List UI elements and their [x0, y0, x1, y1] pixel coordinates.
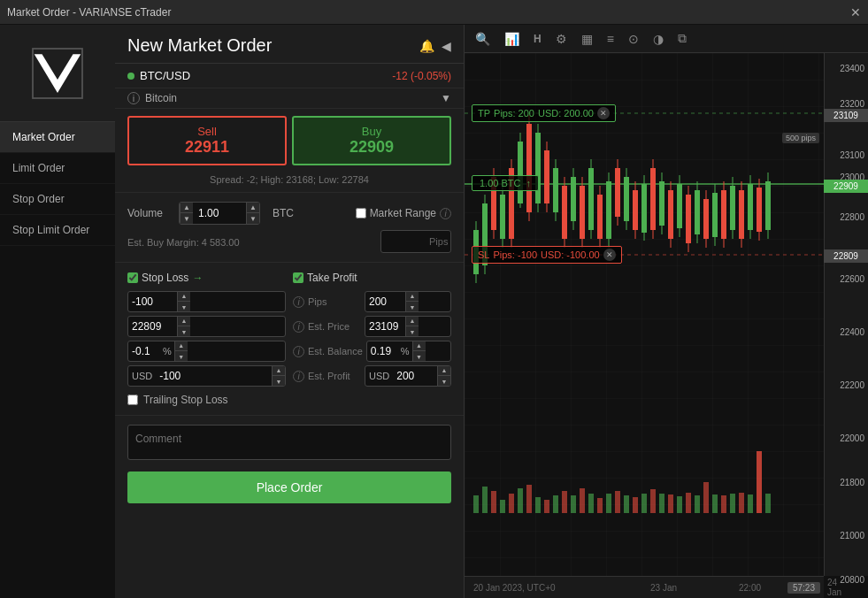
svg-rect-95: [641, 494, 647, 513]
sidebar-item-stop-limit-order[interactable]: Stop Limit Order: [0, 215, 115, 246]
sl-pips-input[interactable]: [128, 295, 177, 308]
tp-pips-info-icon[interactable]: i: [293, 296, 304, 308]
account-icon[interactable]: ⊙: [625, 30, 642, 48]
tp-pips-input[interactable]: [365, 295, 405, 308]
tp-profit-info-icon[interactable]: i: [293, 371, 304, 382]
tp-balance-spinners: ▲ ▼: [412, 341, 426, 362]
tp-price-input[interactable]: [365, 320, 405, 333]
tp-pips-up[interactable]: ▲: [406, 291, 419, 302]
place-order-button[interactable]: Place Order: [127, 472, 451, 503]
volume-input[interactable]: [193, 207, 246, 219]
tp-balance-up[interactable]: ▲: [413, 341, 426, 351]
comment-input[interactable]: [127, 425, 451, 460]
market-range-info-icon[interactable]: i: [440, 208, 451, 219]
svg-rect-109: [765, 494, 771, 513]
sl-pct-up[interactable]: ▲: [175, 341, 188, 351]
tp-balance-info-icon[interactable]: i: [293, 346, 304, 357]
svg-rect-81: [518, 488, 523, 513]
volume-down-spinner[interactable]: ▼: [181, 213, 193, 225]
sl-pips-wrap: ▲ ▼: [127, 291, 286, 312]
sl-checkbox[interactable]: [127, 272, 138, 283]
time-badge[interactable]: 57:23: [787, 582, 820, 594]
symbol-name: BTC/USD: [140, 69, 190, 82]
tp-balance-down[interactable]: ▼: [413, 351, 426, 362]
sidebar-item-market-order[interactable]: Market Order: [0, 122, 115, 153]
sl-price-input[interactable]: [128, 320, 177, 333]
sell-label: Sell: [136, 125, 278, 138]
grid-icon[interactable]: ▦: [578, 30, 596, 48]
tp-balance-input[interactable]: [367, 345, 398, 357]
entry-chart-overlay[interactable]: 1.00 BTC ↑: [472, 175, 539, 191]
sl-arrow-icon[interactable]: →: [192, 272, 203, 284]
svg-rect-105: [730, 494, 735, 513]
tp-price-info-icon[interactable]: i: [293, 321, 304, 333]
svg-rect-96: [650, 489, 656, 513]
market-range-label: Market Range: [370, 207, 436, 219]
pips-range-badge: 500 pips: [782, 133, 819, 143]
volume-right-up-spinner[interactable]: ▲: [247, 202, 259, 213]
trailing-stop-loss-checkbox[interactable]: [127, 395, 138, 405]
sl-pct-down[interactable]: ▼: [175, 351, 188, 362]
tp-price-spinners: ▲ ▼: [405, 316, 419, 337]
sl-price-up[interactable]: ▲: [178, 316, 190, 326]
symbol-row: BTC/USD -12 (-0.05%): [115, 64, 464, 88]
svg-rect-87: [571, 495, 576, 513]
volume-down-spinners: ▲ ▼: [180, 202, 193, 225]
sl-pct-input[interactable]: [128, 345, 160, 357]
collapse-icon[interactable]: ◀: [442, 39, 451, 53]
chart-canvas: TP Pips: 200 USD: 200.00 ✕ 1.00 BTC ↑ SL…: [465, 53, 868, 598]
tp-balance-wrap: % ▲ ▼: [366, 341, 451, 362]
tp-column: Take Profit i Pips ▲ ▼: [293, 272, 451, 387]
layers-icon[interactable]: ⧉: [674, 29, 690, 48]
sl-chart-overlay[interactable]: SL Pips: -100 USD: -100.00 ✕: [472, 246, 622, 264]
instrument-info-icon[interactable]: i: [127, 92, 140, 104]
buy-button[interactable]: Buy 22909: [292, 116, 451, 165]
price-badge-entry: 22909: [824, 180, 868, 193]
instrument-dropdown-icon[interactable]: ▼: [441, 92, 451, 104]
tp-price-up[interactable]: ▲: [406, 316, 419, 326]
volume-label: Volume: [127, 207, 172, 219]
volume-right-down-spinner[interactable]: ▼: [247, 213, 259, 225]
sl-usd-up[interactable]: ▲: [273, 365, 285, 376]
market-range-checkbox[interactable]: [356, 208, 366, 218]
tp-checkbox[interactable]: [293, 272, 303, 283]
volume-row: Volume ▲ ▼ ▲ ▼ BTC Market Range: [127, 202, 451, 225]
settings-icon[interactable]: ⚙: [552, 30, 571, 48]
price-label-22000: 22000: [824, 433, 868, 443]
volume-up-spinner[interactable]: ▲: [181, 202, 193, 213]
tp-price-down[interactable]: ▼: [406, 326, 419, 337]
tp-chart-usd: USD: 200.00: [538, 108, 594, 119]
sl-price-down[interactable]: ▼: [178, 326, 190, 337]
search-chart-icon[interactable]: 🔍: [472, 30, 494, 48]
sl-usd-label: USD: [128, 371, 156, 381]
tp-price-wrap: ▲ ▼: [365, 316, 451, 337]
theme-icon[interactable]: ◑: [649, 30, 667, 48]
tp-profit-input[interactable]: [393, 370, 428, 382]
sl-usd-down[interactable]: ▼: [273, 376, 285, 387]
sl-label: Stop Loss: [142, 272, 188, 284]
close-button[interactable]: ✕: [850, 5, 861, 19]
lines-icon[interactable]: ≡: [603, 30, 618, 48]
sl-pips-up[interactable]: ▲: [178, 291, 190, 302]
tp-pips-down[interactable]: ▼: [406, 302, 419, 312]
indicator-icon[interactable]: 📊: [501, 30, 523, 48]
sidebar-item-limit-order[interactable]: Limit Order: [0, 153, 115, 184]
price-label-22600: 22600: [824, 274, 868, 284]
sell-button[interactable]: Sell 22911: [127, 116, 287, 165]
svg-rect-86: [562, 491, 567, 513]
tp-profit-down[interactable]: ▼: [438, 376, 450, 387]
tp-chart-overlay[interactable]: TP Pips: 200 USD: 200.00 ✕: [472, 104, 616, 122]
h-icon[interactable]: H: [530, 31, 545, 47]
sl-chart-close-icon[interactable]: ✕: [603, 249, 616, 261]
bell-icon[interactable]: 🔔: [419, 39, 434, 53]
volume-section: Volume ▲ ▼ ▲ ▼ BTC Market Range: [115, 193, 464, 263]
svg-rect-108: [757, 451, 762, 513]
tp-chart-close-icon[interactable]: ✕: [597, 107, 610, 119]
tp-profit-up[interactable]: ▲: [438, 365, 450, 376]
market-range-pips-input[interactable]: [381, 235, 426, 248]
sl-usd-input[interactable]: [156, 370, 204, 382]
entry-chart-label: 1.00 BTC: [480, 178, 520, 188]
sl-pips-down[interactable]: ▼: [178, 302, 190, 312]
sidebar-item-stop-order[interactable]: Stop Order: [0, 184, 115, 215]
tp-profit-wrap: USD ▲ ▼: [365, 365, 451, 387]
